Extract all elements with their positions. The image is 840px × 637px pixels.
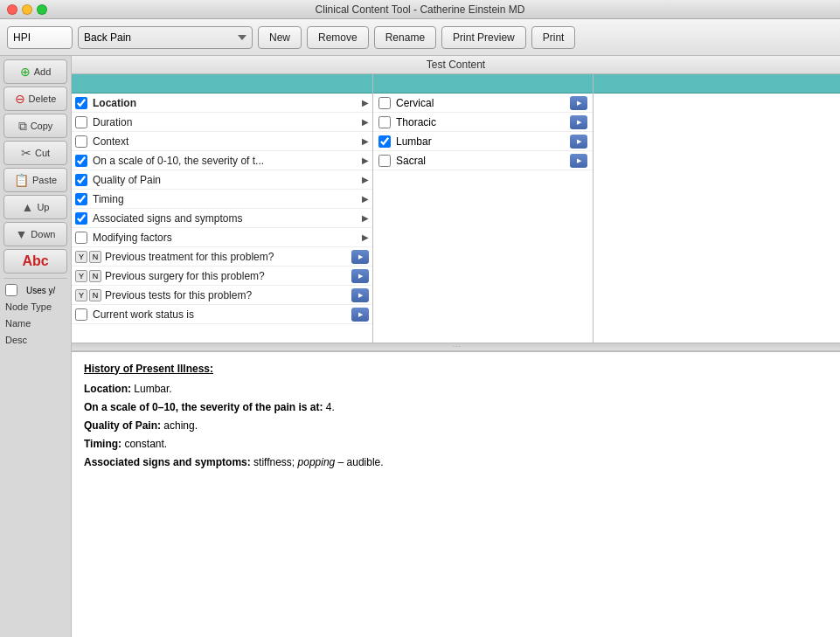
- mid-column: CervicalThoracicLumbarSacral: [373, 74, 594, 343]
- cut-button[interactable]: ✂ Cut: [3, 141, 67, 165]
- expand-arrow-icon: ▶: [362, 98, 369, 107]
- left-column: Location▶Duration▶Context▶On a scale of …: [72, 74, 373, 343]
- item-checkbox[interactable]: [378, 135, 391, 148]
- print-button[interactable]: Print: [531, 26, 576, 49]
- list-item[interactable]: YNPrevious treatment for this problem?: [72, 247, 372, 267]
- up-button[interactable]: ▲ Up: [3, 195, 67, 219]
- preview-line: Location: Lumbar.: [84, 381, 828, 398]
- yes-button[interactable]: Y: [75, 251, 87, 263]
- close-button[interactable]: [7, 4, 17, 15]
- list-item[interactable]: Quality of Pain▶: [72, 170, 372, 190]
- left-col-scroll[interactable]: Location▶Duration▶Context▶On a scale of …: [72, 93, 372, 343]
- item-checkbox[interactable]: [75, 308, 87, 321]
- remove-button[interactable]: Remove: [307, 26, 369, 49]
- yn-buttons: YN: [75, 289, 101, 301]
- no-button[interactable]: N: [89, 289, 101, 301]
- down-button[interactable]: ▼ Down: [3, 222, 67, 246]
- blue-action-button[interactable]: [570, 135, 587, 149]
- new-button[interactable]: New: [258, 26, 302, 49]
- right-col-scroll[interactable]: [594, 93, 840, 343]
- blue-action-button[interactable]: [570, 115, 587, 129]
- item-checkbox[interactable]: [378, 155, 391, 167]
- sidebar: ⊕ Add ⊖ Delete ⧉ Copy ✂ Cut 📋 Paste ▲ Up…: [0, 56, 72, 637]
- down-arrow-icon: ▼: [16, 227, 28, 241]
- window-controls: [7, 4, 47, 15]
- list-item[interactable]: Duration▶: [72, 113, 372, 132]
- print-preview-button[interactable]: Print Preview: [441, 26, 526, 49]
- add-button[interactable]: ⊕ Add: [3, 59, 67, 84]
- window-title: Clinical Content Tool - Catherine Einste…: [316, 3, 525, 16]
- field-label: Associated signs and symptoms:: [84, 456, 251, 468]
- yes-button[interactable]: Y: [75, 289, 87, 301]
- uses-yn-checkbox[interactable]: [5, 284, 17, 296]
- item-label: Quality of Pain: [93, 174, 358, 186]
- test-content-label: Test Content: [427, 59, 485, 71]
- list-item[interactable]: YNPrevious tests for this problem?: [72, 286, 372, 305]
- list-item[interactable]: Thoracic: [373, 113, 593, 132]
- preview-area: History of Present Illness: Location: Lu…: [72, 350, 840, 638]
- item-checkbox[interactable]: [75, 155, 87, 167]
- delete-button[interactable]: ⊖ Delete: [3, 87, 67, 111]
- item-checkbox[interactable]: [75, 193, 87, 205]
- scissors-icon: ✂: [21, 146, 31, 160]
- item-label: Cervical: [396, 97, 566, 109]
- panel-separator[interactable]: [72, 343, 840, 350]
- hpi-dropdown[interactable]: HPI: [7, 26, 73, 49]
- item-checkbox[interactable]: [75, 232, 87, 244]
- paste-button[interactable]: 📋 Paste: [3, 168, 67, 192]
- title-bar: Clinical Content Tool - Catherine Einste…: [0, 0, 840, 19]
- list-item[interactable]: Location▶: [72, 93, 372, 113]
- item-checkbox[interactable]: [378, 97, 391, 109]
- no-button[interactable]: N: [89, 251, 101, 263]
- list-item[interactable]: Context▶: [72, 132, 372, 151]
- list-item[interactable]: Lumbar: [373, 132, 593, 151]
- blue-action-button[interactable]: [570, 96, 587, 110]
- item-checkbox[interactable]: [75, 116, 87, 128]
- blue-action-button[interactable]: [351, 250, 369, 264]
- expand-arrow-icon: ▶: [362, 136, 369, 146]
- copy-label: Copy: [31, 121, 53, 131]
- left-col-header: [72, 74, 372, 93]
- item-label: Timing: [93, 193, 358, 205]
- item-checkbox[interactable]: [378, 116, 391, 128]
- yes-button[interactable]: Y: [75, 270, 87, 282]
- blue-action-button[interactable]: [351, 308, 369, 322]
- expand-arrow-icon: ▶: [362, 213, 369, 223]
- blue-action-button[interactable]: [570, 154, 587, 168]
- add-label: Add: [34, 66, 52, 77]
- list-item[interactable]: Current work status is: [72, 305, 372, 324]
- delete-label: Delete: [29, 93, 57, 104]
- blue-action-button[interactable]: [351, 288, 369, 302]
- right-column: [594, 74, 840, 343]
- list-item[interactable]: YNPrevious surgery for this problem?: [72, 267, 372, 286]
- preview-title: History of Present Illness:: [84, 361, 828, 377]
- content-area: Test Content Location▶Duration▶Context▶O…: [72, 56, 840, 637]
- rename-button[interactable]: Rename: [374, 26, 436, 49]
- blue-action-button[interactable]: [351, 269, 369, 283]
- back-pain-dropdown[interactable]: Back Pain: [78, 26, 253, 49]
- list-item[interactable]: Cervical: [373, 93, 593, 113]
- minimize-button[interactable]: [22, 4, 32, 15]
- mid-col-scroll[interactable]: CervicalThoracicLumbarSacral: [373, 93, 593, 343]
- field-label: Quality of Pain:: [84, 419, 161, 432]
- main-layout: ⊕ Add ⊖ Delete ⧉ Copy ✂ Cut 📋 Paste ▲ Up…: [0, 56, 840, 637]
- no-button[interactable]: N: [89, 270, 101, 282]
- expand-arrow-icon: ▶: [362, 194, 369, 204]
- list-item[interactable]: On a scale of 0-10, the severity of t...…: [72, 151, 372, 170]
- node-type-label: Node Type: [3, 300, 67, 314]
- list-item[interactable]: Associated signs and symptoms▶: [72, 209, 372, 228]
- item-checkbox[interactable]: [75, 135, 87, 148]
- item-checkbox[interactable]: [75, 97, 87, 109]
- paste-icon: 📋: [14, 173, 29, 187]
- copy-button[interactable]: ⧉ Copy: [3, 114, 67, 138]
- list-item[interactable]: Modifying factors▶: [72, 228, 372, 247]
- item-checkbox[interactable]: [75, 174, 87, 186]
- item-checkbox[interactable]: [75, 212, 87, 225]
- list-item[interactable]: Timing▶: [72, 190, 372, 209]
- expand-arrow-icon: ▶: [362, 175, 369, 184]
- list-item[interactable]: Sacral: [373, 151, 593, 170]
- preview-line: On a scale of 0–10, the severity of the …: [84, 399, 828, 416]
- maximize-button[interactable]: [37, 4, 47, 15]
- abc-button[interactable]: Abc: [3, 249, 67, 273]
- field-label: Location:: [84, 383, 131, 395]
